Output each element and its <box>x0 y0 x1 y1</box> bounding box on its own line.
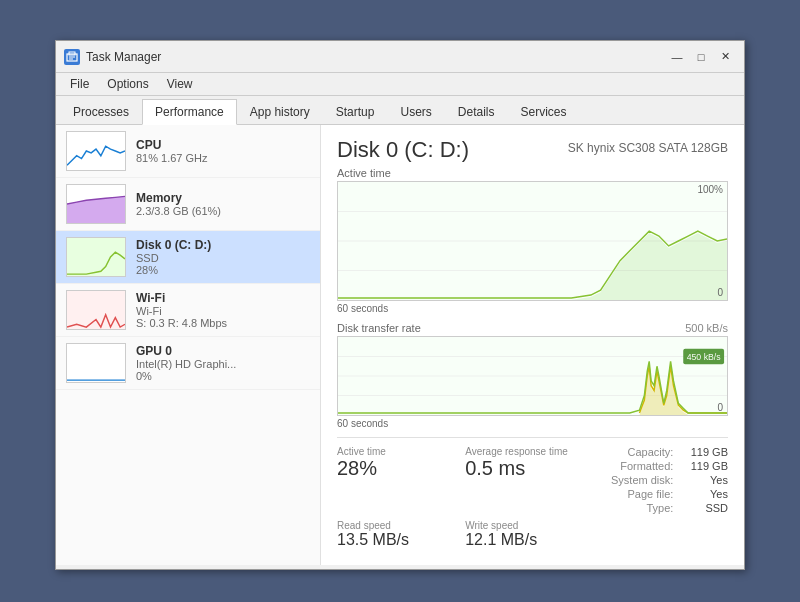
active-time-seconds: 60 seconds <box>337 303 728 314</box>
wifi-sparkline <box>66 290 126 330</box>
active-time-right: 0 <box>717 287 723 298</box>
active-time-section: Active time 100% 0 60 seconds <box>337 167 728 314</box>
write-speed-block: Write speed 12.1 MB/s <box>465 520 577 549</box>
system-disk-key: System disk: <box>593 474 673 486</box>
disk-model: SK hynix SC308 SATA 128GB <box>568 141 728 155</box>
gpu-model: Intel(R) HD Graphi... <box>136 358 310 370</box>
gpu-sparkline <box>66 343 126 383</box>
tab-app-history[interactable]: App history <box>237 99 323 124</box>
menu-options[interactable]: Options <box>99 75 156 93</box>
memory-info: Memory 2.3/3.8 GB (61%) <box>136 191 310 217</box>
response-time-label: Average response time <box>465 446 577 457</box>
sidebar-item-disk[interactable]: Disk 0 (C: D:) SSD 28% <box>56 231 320 284</box>
sidebar: CPU 81% 1.67 GHz Memory 2.3/3.8 GB (61%) <box>56 125 321 565</box>
type-val: SSD <box>705 502 728 514</box>
sidebar-item-cpu[interactable]: CPU 81% 1.67 GHz <box>56 125 320 178</box>
response-time-value: 0.5 ms <box>465 457 577 480</box>
speed-spacer <box>593 520 728 549</box>
response-time-stat: Average response time 0.5 ms <box>465 446 577 516</box>
disk-info-table-wrapper: Capacity: 119 GB Formatted: 119 GB Syste… <box>593 446 728 516</box>
tab-startup[interactable]: Startup <box>323 99 388 124</box>
memory-name: Memory <box>136 191 310 205</box>
disk-title: Disk 0 (C: D:) <box>337 137 469 163</box>
disk-info-table: Capacity: 119 GB Formatted: 119 GB Syste… <box>593 446 728 514</box>
read-speed-block: Read speed 13.5 MB/s <box>337 520 449 549</box>
active-time-label: Active time <box>337 167 728 179</box>
transfer-rate-chart: 450 kB/s 0 <box>337 336 728 416</box>
page-file-key: Page file: <box>593 488 673 500</box>
write-speed-label: Write speed <box>465 520 577 531</box>
transfer-seconds: 60 seconds <box>337 418 728 429</box>
minimize-button[interactable]: — <box>666 48 688 66</box>
info-row-pagefile: Page file: Yes <box>593 488 728 500</box>
cpu-sparkline <box>66 131 126 171</box>
capacity-key: Capacity: <box>593 446 673 458</box>
gpu-info: GPU 0 Intel(R) HD Graphi... 0% <box>136 344 310 382</box>
title-bar-left: Task Manager <box>64 49 161 65</box>
transfer-rate-section: Disk transfer rate 500 kB/s <box>337 322 728 429</box>
read-speed-label: Read speed <box>337 520 449 531</box>
formatted-key: Formatted: <box>593 460 673 472</box>
transfer-rate-right: 0 <box>717 402 723 413</box>
close-button[interactable]: ✕ <box>714 48 736 66</box>
menu-file[interactable]: File <box>62 75 97 93</box>
wifi-info: Wi-Fi Wi-Fi S: 0.3 R: 4.8 Mbps <box>136 291 310 329</box>
info-row-type: Type: SSD <box>593 502 728 514</box>
active-time-stat: Active time 28% <box>337 446 449 516</box>
page-file-val: Yes <box>710 488 728 500</box>
content-area: CPU 81% 1.67 GHz Memory 2.3/3.8 GB (61%) <box>56 125 744 565</box>
tab-performance[interactable]: Performance <box>142 99 237 125</box>
transfer-rate-max: 500 kB/s <box>685 322 728 334</box>
svg-text:450 kB/s: 450 kB/s <box>687 352 722 362</box>
window-controls: — □ ✕ <box>666 48 736 66</box>
wifi-name: Wi-Fi <box>136 291 310 305</box>
tab-bar: Processes Performance App history Startu… <box>56 96 744 125</box>
wifi-speeds: S: 0.3 R: 4.8 Mbps <box>136 317 310 329</box>
type-key: Type: <box>593 502 673 514</box>
speed-row: Read speed 13.5 MB/s Write speed 12.1 MB… <box>337 520 728 549</box>
main-panel: Disk 0 (C: D:) SK hynix SC308 SATA 128GB… <box>321 125 744 565</box>
disk-name: Disk 0 (C: D:) <box>136 238 310 252</box>
sidebar-item-gpu[interactable]: GPU 0 Intel(R) HD Graphi... 0% <box>56 337 320 390</box>
maximize-button[interactable]: □ <box>690 48 712 66</box>
menu-view[interactable]: View <box>159 75 201 93</box>
gpu-percent: 0% <box>136 370 310 382</box>
system-disk-val: Yes <box>710 474 728 486</box>
title-bar: Task Manager — □ ✕ <box>56 41 744 73</box>
memory-sparkline <box>66 184 126 224</box>
gpu-name: GPU 0 <box>136 344 310 358</box>
formatted-val: 119 GB <box>691 460 728 472</box>
main-header: Disk 0 (C: D:) SK hynix SC308 SATA 128GB <box>337 137 728 163</box>
cpu-info: CPU 81% 1.67 GHz <box>136 138 310 164</box>
stats-row: Active time 28% Average response time 0.… <box>337 437 728 516</box>
tab-services[interactable]: Services <box>508 99 580 124</box>
tab-processes[interactable]: Processes <box>60 99 142 124</box>
tab-users[interactable]: Users <box>387 99 444 124</box>
info-row-capacity: Capacity: 119 GB <box>593 446 728 458</box>
wifi-type: Wi-Fi <box>136 305 310 317</box>
transfer-rate-label: Disk transfer rate <box>337 322 421 334</box>
window-title: Task Manager <box>86 50 161 64</box>
disk-info: Disk 0 (C: D:) SSD 28% <box>136 238 310 276</box>
info-row-system: System disk: Yes <box>593 474 728 486</box>
capacity-val: 119 GB <box>691 446 728 458</box>
svg-marker-4 <box>67 196 125 223</box>
memory-stats: 2.3/3.8 GB (61%) <box>136 205 310 217</box>
write-speed-value: 12.1 MB/s <box>465 531 577 549</box>
cpu-stats: 81% 1.67 GHz <box>136 152 310 164</box>
disk-percent: 28% <box>136 264 310 276</box>
cpu-name: CPU <box>136 138 310 152</box>
sidebar-item-memory[interactable]: Memory 2.3/3.8 GB (61%) <box>56 178 320 231</box>
app-icon <box>64 49 80 65</box>
svg-marker-8 <box>338 233 727 300</box>
menu-bar: File Options View <box>56 73 744 96</box>
disk-sparkline <box>66 237 126 277</box>
info-row-formatted: Formatted: 119 GB <box>593 460 728 472</box>
read-speed-value: 13.5 MB/s <box>337 531 449 549</box>
active-time-stat-value: 28% <box>337 457 449 480</box>
active-time-chart: 100% 0 <box>337 181 728 301</box>
sidebar-item-wifi[interactable]: Wi-Fi Wi-Fi S: 0.3 R: 4.8 Mbps <box>56 284 320 337</box>
disk-type: SSD <box>136 252 310 264</box>
active-time-stat-label: Active time <box>337 446 449 457</box>
tab-details[interactable]: Details <box>445 99 508 124</box>
